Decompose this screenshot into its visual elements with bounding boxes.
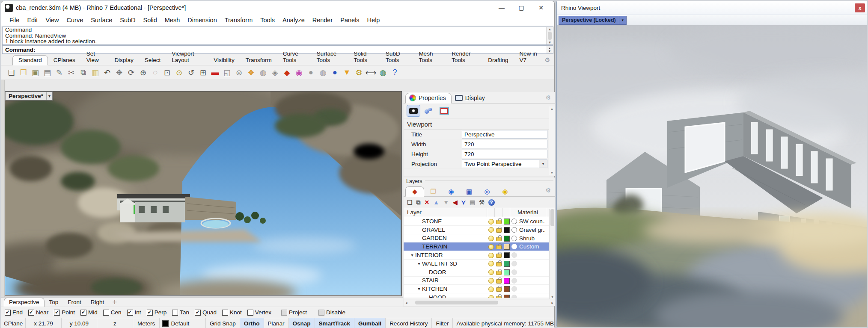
- notify-cone-icon[interactable]: ▼: [341, 67, 353, 78]
- layer-material[interactable]: Custom: [519, 243, 545, 250]
- status-toggle[interactable]: Record History: [386, 318, 432, 328]
- menu-item[interactable]: View: [42, 15, 62, 25]
- radius-icon[interactable]: ⊚: [233, 67, 245, 78]
- expand-icon[interactable]: ▾: [409, 253, 415, 257]
- menu-item[interactable]: SubD: [116, 15, 139, 25]
- layer-visibility-bulb-icon[interactable]: [488, 236, 494, 241]
- properties-gear-icon[interactable]: ⚙: [545, 94, 551, 101]
- command-scrollbar[interactable]: ▴▾: [546, 27, 553, 44]
- zoom-dynamic-icon[interactable]: ◌: [149, 67, 161, 78]
- layer-color-swatch[interactable]: [504, 244, 510, 250]
- float-dropdown-icon[interactable]: ▾: [619, 16, 626, 24]
- cut-icon[interactable]: ✂: [65, 67, 77, 78]
- expand-icon[interactable]: ▾: [416, 287, 422, 291]
- status-toggle[interactable]: Planar: [264, 318, 289, 328]
- property-value-field[interactable]: 720 ▾: [462, 150, 547, 158]
- sheet-icon[interactable]: ▤: [470, 199, 475, 206]
- dimension-icon[interactable]: ⟷: [365, 67, 377, 78]
- layer-visibility-bulb-icon[interactable]: [488, 261, 494, 266]
- tools-icon[interactable]: ⚒: [479, 199, 485, 206]
- copy-layer-icon[interactable]: ⧉: [416, 199, 421, 206]
- toolbar-tab[interactable]: Visibility: [208, 56, 240, 65]
- toolbar-tab[interactable]: SubD Tools: [380, 49, 413, 65]
- checkbox-icon[interactable]: [5, 310, 11, 316]
- layer-lock-icon[interactable]: [496, 287, 502, 292]
- bell-blue-icon[interactable]: ◉: [442, 187, 460, 196]
- checkbox-icon[interactable]: [28, 310, 34, 316]
- layer-row[interactable]: ▾ STAIR: [404, 277, 549, 285]
- checkbox-icon[interactable]: [54, 310, 60, 316]
- menu-item[interactable]: File: [6, 15, 23, 25]
- cplane-button[interactable]: CPlane: [1, 318, 26, 328]
- units-button[interactable]: Meters: [133, 318, 160, 328]
- gears-icon[interactable]: ⚙: [353, 67, 365, 78]
- property-value-field[interactable]: Two Point Perspective ▾: [462, 160, 547, 168]
- material-circle-icon[interactable]: [511, 236, 517, 241]
- toolbar-tab[interactable]: CPlanes: [48, 56, 81, 65]
- menu-item[interactable]: Tools: [256, 15, 279, 25]
- toolbar-tab[interactable]: Curve Tools: [277, 49, 311, 65]
- osnap-checkbox[interactable]: Tan: [172, 309, 189, 316]
- toolbar-tab[interactable]: Select: [139, 56, 166, 65]
- layer-visibility-bulb-icon[interactable]: [488, 295, 494, 298]
- render-ball-icon[interactable]: ◎: [478, 187, 496, 196]
- new-file-icon[interactable]: ❏: [6, 67, 17, 78]
- toolbar-tab[interactable]: Standard: [12, 55, 48, 65]
- earth-icon[interactable]: ◍: [377, 67, 389, 78]
- cplane-icon[interactable]: ◱: [221, 67, 233, 78]
- filter-icon[interactable]: ⋎: [461, 199, 466, 206]
- layer-material[interactable]: Gravel gr...: [519, 227, 545, 233]
- menu-item[interactable]: Dimension: [184, 15, 221, 25]
- osnap-checkbox[interactable]: Vertex: [247, 309, 271, 316]
- layer-color-swatch[interactable]: [504, 236, 510, 242]
- layer-color-swatch[interactable]: [504, 227, 510, 233]
- rotate-view-icon[interactable]: ⟳: [125, 67, 137, 78]
- layer-lock-icon[interactable]: [496, 220, 502, 224]
- zoom-window-icon[interactable]: ⊡: [161, 67, 173, 78]
- help-window-icon[interactable]: ▣: [460, 187, 478, 196]
- collapse-icon[interactable]: ◀: [453, 199, 458, 206]
- menu-item[interactable]: Surface: [87, 15, 116, 25]
- material-circle-icon[interactable]: [511, 244, 517, 249]
- layer-color-swatch[interactable]: [504, 286, 510, 292]
- layer-row[interactable]: ▾ STONE SW coun...: [404, 217, 549, 226]
- status-toggle[interactable]: Grid Snap: [206, 318, 240, 328]
- status-toggle[interactable]: Filter: [432, 318, 453, 328]
- layer-help-icon[interactable]: ?: [488, 199, 495, 206]
- layer-lock-icon[interactable]: [496, 271, 502, 275]
- viewport-layout-icon[interactable]: ⊞: [197, 67, 209, 78]
- new-layer-icon[interactable]: ❏: [407, 199, 413, 206]
- toolbar-tab[interactable]: Render Tools: [446, 49, 482, 65]
- layer-color-swatch[interactable]: [504, 278, 510, 284]
- move-down-icon[interactable]: ▼: [443, 199, 449, 206]
- shaded-sphere-icon[interactable]: ●: [305, 67, 317, 78]
- layer-lock-icon[interactable]: [496, 279, 502, 284]
- menu-item[interactable]: Transform: [221, 15, 257, 25]
- layers-vscrollbar[interactable]: ▾: [549, 209, 555, 299]
- viewport-tab[interactable]: Right: [86, 298, 109, 307]
- float-title-bar[interactable]: Rhino Viewport x: [557, 1, 867, 15]
- checkbox-icon[interactable]: [281, 310, 287, 316]
- material-circle-icon[interactable]: [511, 269, 517, 275]
- layer-color-swatch[interactable]: [504, 219, 510, 225]
- float-viewport-chip[interactable]: Perspective (Locked) ▾: [559, 16, 627, 25]
- current-layer-button[interactable]: Default: [160, 318, 206, 328]
- move-up-icon[interactable]: ▲: [433, 199, 439, 206]
- toolbar-tab[interactable]: Drafting: [482, 56, 514, 65]
- undo-view-icon[interactable]: ↺: [185, 67, 197, 78]
- menu-item[interactable]: Curve: [63, 15, 87, 25]
- layers-hscrollbar[interactable]: ◂ ▸: [404, 299, 555, 306]
- checkbox-icon[interactable]: [147, 310, 153, 316]
- properties-scrollbar[interactable]: ▴▾: [549, 106, 555, 175]
- checkbox-icon[interactable]: [247, 310, 253, 316]
- menu-item[interactable]: Solid: [140, 15, 161, 25]
- print-icon[interactable]: ▤: [42, 67, 53, 78]
- property-value-field[interactable]: Perspective ▾: [462, 130, 547, 139]
- layer-row[interactable]: ▾ INTERIOR: [404, 251, 549, 260]
- properties-mode-button[interactable]: [438, 105, 451, 116]
- toolbar-tab[interactable]: Viewport Layout: [166, 49, 208, 65]
- osnap-checkbox[interactable]: Quad: [195, 309, 217, 316]
- float-close-button[interactable]: x: [855, 3, 865, 12]
- layer-row[interactable]: ▾ TERRAIN Custom: [404, 242, 549, 251]
- help-icon[interactable]: ?: [389, 67, 401, 78]
